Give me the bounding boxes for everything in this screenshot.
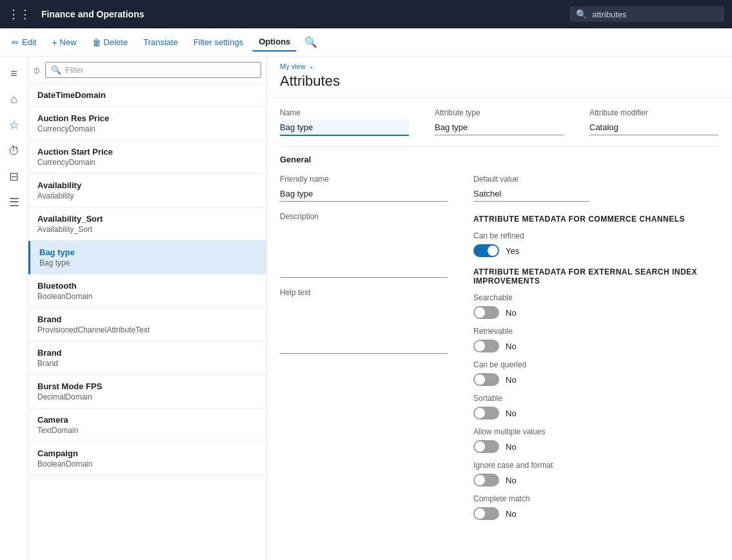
list-toolbar: ⌽ 🔍 [28,57,266,84]
toggle-slider [473,507,499,520]
toggle-slider [473,340,499,352]
external-search-title: ATTRIBUTE METADATA FOR EXTERNAL SEARCH I… [473,267,719,285]
retrievable-value: No [506,342,517,351]
external-search-section: ATTRIBUTE METADATA FOR EXTERNAL SEARCH I… [473,267,719,520]
nav-clock[interactable]: ⏱ [3,139,26,162]
can-be-queried-row: No [473,373,719,386]
allow-multiple-row: No [473,440,719,453]
nav-hamburger[interactable]: ≡ [3,62,26,85]
new-button[interactable]: + New [45,34,83,52]
delete-button[interactable]: 🗑 Delete [86,34,135,52]
list-item[interactable]: Availability Availability [28,174,266,208]
filter-icon[interactable]: ⌽ [34,64,40,76]
list-item[interactable]: Auction Start Price CurrencyDomain [28,140,266,174]
attr-type-input[interactable] [435,120,564,135]
commerce-metadata-section: ATTRIBUTE METADATA FOR COMMERCE CHANNELS… [473,215,719,257]
searchable-value: No [506,308,517,318]
attr-type-field-group: Attribute type [435,108,564,136]
list-item[interactable]: Burst Mode FPS DecimalDomain [28,375,266,409]
retrievable-toggle[interactable] [473,340,499,352]
toggle-slider [473,306,499,319]
app-title: Finance and Operations [41,9,559,19]
allow-multiple-toggle[interactable] [473,440,499,453]
name-field-group: Name [280,108,409,136]
cmd-search-icon[interactable]: 🔍 [304,36,317,48]
can-be-refined-row: Yes [473,244,719,257]
searchable-toggle[interactable] [473,306,499,319]
list-item[interactable]: Bluetooth BooleanDomain [28,275,266,308]
sortable-row: No [473,407,719,420]
list-search-box[interactable]: 🔍 [45,62,261,78]
toggle-slider [473,474,499,487]
default-value-input[interactable] [473,186,589,202]
list-search-input[interactable] [65,65,255,75]
nav-star[interactable]: ☆ [3,113,26,137]
attr-modifier-input[interactable] [589,120,718,135]
nav-table[interactable]: ⊟ [3,165,26,188]
detail-panel: My view ⌄ Attributes Name Attribute type… [267,57,732,560]
can-be-queried-group: Can be queried No [473,360,719,386]
description-input[interactable] [280,224,448,278]
general-section-header: General [280,146,719,169]
toggle-slider [473,407,499,420]
edit-button[interactable]: ✏ Edit [5,34,43,52]
allow-multiple-value: No [506,442,517,452]
friendly-name-label: Friendly name [280,175,448,184]
can-be-queried-toggle[interactable] [473,373,499,386]
options-button[interactable]: Options [252,33,297,52]
list-item-bag-type[interactable]: Bag type Bag type [28,241,266,275]
ignore-case-toggle[interactable] [473,474,499,487]
main-layout: ≡ ⌂ ☆ ⏱ ⊟ ☰ ⌽ 🔍 DateTimeDomain Auction R… [0,57,732,560]
ignore-case-row: No [473,474,719,487]
commerce-metadata-title: ATTRIBUTE METADATA FOR COMMERCE CHANNELS [473,215,719,224]
friendly-name-input[interactable] [280,186,448,202]
retrievable-label: Retrievable [473,327,719,336]
detail-right-col: Default value ATTRIBUTE METADATA FOR COM… [473,175,719,525]
global-search-input[interactable] [592,10,718,19]
left-nav: ≡ ⌂ ☆ ⏱ ⊟ ☰ [0,57,28,560]
nav-home[interactable]: ⌂ [3,88,26,111]
can-be-refined-value: Yes [506,246,519,256]
complete-match-value: No [506,509,517,519]
list-item[interactable]: Campaign BooleanDomain [28,442,266,476]
view-toggle[interactable]: My view ⌄ [267,57,732,70]
translate-button[interactable]: Translate [137,34,184,51]
list-item[interactable]: Availability_Sort Availability_Sort [28,208,266,241]
search-icon: 🔍 [576,9,587,19]
attr-type-label: Attribute type [435,108,564,117]
command-bar: ✏ Edit + New 🗑 Delete Translate Filter s… [0,28,732,57]
toggle-slider [473,373,499,386]
attr-modifier-label: Attribute modifier [589,108,718,117]
list-item[interactable]: Camera TextDomain [28,409,266,442]
can-be-refined-label: Can be refined [473,231,719,240]
retrievable-group: Retrievable No [473,327,719,352]
global-search[interactable]: 🔍 [569,6,724,22]
list-item[interactable]: DateTimeDomain [28,84,266,107]
complete-match-group: Complete match No [473,494,719,520]
list-items: DateTimeDomain Auction Res Price Currenc… [28,84,266,560]
toggle-rows: Searchable No Retriev [473,293,719,520]
topbar: ⋮⋮ Finance and Operations 🔍 [0,0,732,28]
list-item-brand-1[interactable]: Brand ProvisionedChannelAttributeText [28,308,266,342]
list-item-brand-2[interactable]: Brand Brand [28,342,266,375]
name-label: Name [280,108,409,117]
allow-multiple-group: Allow multiple values No [473,427,719,453]
retrievable-row: No [473,340,719,352]
help-text-input[interactable] [280,300,448,354]
nav-list[interactable]: ☰ [3,191,26,214]
grid-icon[interactable]: ⋮⋮ [8,7,31,21]
detail-left-col: Friendly name Description Help text [280,175,448,525]
can-be-refined-toggle[interactable] [473,244,499,257]
list-item[interactable]: Auction Res Price CurrencyDomain [28,107,266,140]
description-field: Description [280,212,448,278]
new-icon: + [52,37,57,48]
view-toggle-label: My view [280,63,306,70]
searchable-group: Searchable No [473,293,719,319]
top-fields-row: Name Attribute type Attribute modifier [280,108,719,136]
sortable-toggle[interactable] [473,407,499,420]
filter-settings-button[interactable]: Filter settings [187,34,250,51]
name-input[interactable] [280,120,409,136]
help-text-label: Help text [280,288,448,297]
complete-match-toggle[interactable] [473,507,499,520]
edit-icon: ✏ [12,37,19,48]
